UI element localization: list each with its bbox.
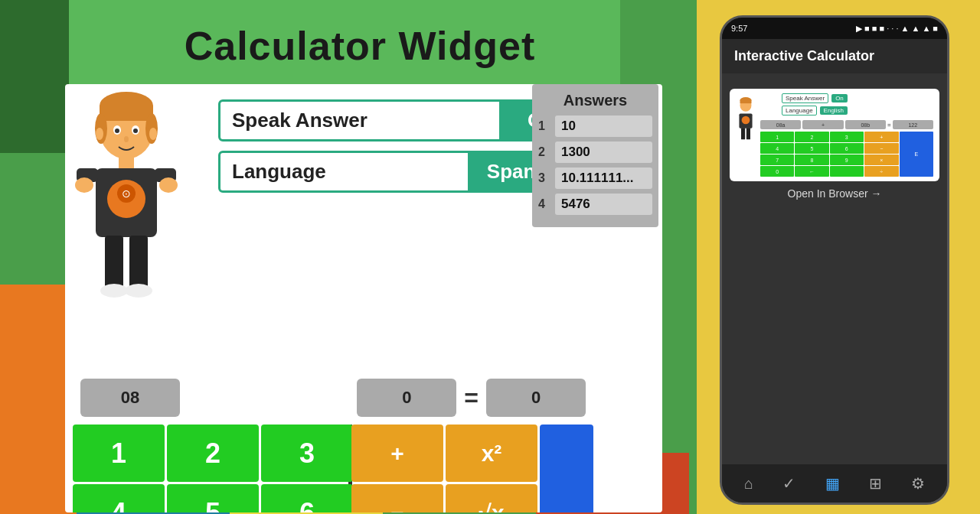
phone-nav-grid[interactable]: ⊞ [869, 474, 882, 493]
phone-key-5: 5 [795, 143, 828, 154]
speak-answer-control[interactable]: Speak Answer On [218, 99, 586, 142]
phone-mockup: 9:57 ▶ ■ ■ ■ · · · ▲ ▲ ▲ ■ Interactive C… [720, 15, 949, 505]
key-minus[interactable]: − [351, 484, 443, 512]
svg-rect-2 [100, 106, 153, 121]
phone-key-3: 3 [830, 132, 864, 142]
answer-num-1: 1 [538, 119, 552, 133]
phone-nav-home[interactable]: ⌂ [744, 475, 753, 493]
phone-calculator-preview: Speak Answer On Language English 08a + 0… [730, 89, 939, 181]
phone-nav-bar: ⌂ ✓ ▦ ⊞ ⚙ [722, 464, 947, 503]
phone-nav-check[interactable]: ✓ [782, 474, 795, 493]
avatar: ⊙ [73, 92, 180, 306]
phone-disp-b: + [802, 120, 843, 129]
key-6[interactable]: 6 [261, 484, 353, 512]
svg-point-29 [742, 116, 750, 125]
phone-disp-c: 08b [845, 120, 886, 129]
answer-row-1: 1 10 [538, 115, 652, 137]
phone-mini-keypad: 1 2 3 4 5 6 7 8 9 0 ← [759, 132, 935, 177]
key-sqrt[interactable]: √x [446, 484, 537, 512]
phone-key-2: 2 [795, 132, 828, 142]
answer-val-1: 10 [555, 115, 652, 137]
svg-text:⊙: ⊙ [122, 187, 131, 200]
answer-row-4: 4 5476 [538, 194, 652, 215]
phone-key-bk: ← [795, 166, 828, 177]
key-plus[interactable]: + [351, 425, 443, 482]
answer-val-3: 10.111111... [555, 168, 652, 189]
phone-op-div: ÷ [864, 166, 899, 177]
answer-val-4: 5476 [555, 194, 652, 215]
key-1[interactable]: 1 [73, 425, 165, 482]
phone-enter: E [900, 132, 934, 177]
display-middle: 0 [357, 379, 456, 417]
phone-lang-val: English [820, 106, 848, 115]
answer-row-3: 3 10.111111... [538, 168, 652, 189]
language-control[interactable]: Language Spanish [218, 151, 586, 193]
phone-key-6: 6 [830, 143, 864, 154]
answer-num-4: 4 [538, 197, 552, 211]
svg-point-8 [133, 128, 138, 133]
answer-num-3: 3 [538, 171, 552, 185]
phone-content: Speak Answer On Language English 08a + 0… [722, 73, 947, 464]
controls-area: Speak Answer On Language Spanish [218, 99, 586, 202]
phone-disp-d: 122 [893, 120, 933, 129]
phone-speak-val: On [831, 94, 848, 102]
phone-speak-row: Speak Answer On [782, 93, 935, 103]
page-title: Calculator Widget [100, 23, 620, 69]
svg-point-7 [115, 128, 119, 133]
phone-op-x: × [864, 155, 899, 165]
phone-op-minus: − [864, 143, 899, 154]
phone-key-9: 9 [830, 155, 864, 165]
number-keypad: 1 2 3 4 5 6 7 8 9 0 ← [73, 425, 353, 512]
phone-avatar [734, 93, 757, 147]
phone-open-browser[interactable]: Open In Browser → [782, 181, 888, 206]
phone-display-row: 08a + 08b = 122 [759, 120, 935, 129]
phone-disp-a: 08a [760, 120, 801, 129]
answer-val-2: 1300 [555, 142, 652, 163]
svg-point-20 [159, 177, 178, 193]
key-3[interactable]: 3 [261, 425, 353, 482]
equals-sign: = [464, 384, 479, 412]
phone-speak-label: Speak Answer [782, 93, 828, 103]
phone-lang-row: Language English [782, 106, 935, 115]
bg-left-dark [0, 0, 69, 153]
phone-lang-label: Language [782, 106, 817, 115]
svg-rect-27 [740, 100, 752, 103]
svg-point-23 [100, 284, 128, 298]
key-square[interactable]: x² [446, 425, 537, 482]
display-left: 08 [80, 379, 180, 417]
phone-key-7: 7 [760, 155, 794, 165]
enter-button[interactable]: ENTER [540, 425, 593, 512]
display-row: 08 0 = 0 [73, 379, 593, 417]
svg-rect-22 [129, 236, 148, 289]
answer-row-2: 2 1300 [538, 142, 652, 163]
phone-preview-controls: Speak Answer On Language English [759, 93, 935, 115]
svg-rect-21 [105, 236, 123, 289]
phone-key-4: 4 [760, 143, 794, 154]
display-right: 0 [486, 379, 586, 417]
phone-key-0: 0 [760, 166, 794, 177]
svg-point-19 [75, 177, 93, 193]
key-2[interactable]: 2 [167, 425, 259, 482]
svg-point-11 [149, 128, 157, 140]
svg-point-24 [125, 284, 152, 298]
phone-nav-settings[interactable]: ⚙ [911, 474, 925, 493]
answers-title: Answers [538, 92, 652, 109]
phone-icons: ▶ ■ ■ ■ · · · ▲ ▲ ▲ ■ [856, 24, 938, 34]
phone-op-plus: + [864, 132, 899, 142]
svg-rect-30 [741, 128, 745, 139]
phone-header-title: Interactive Calculator [734, 48, 874, 63]
key-4[interactable]: 4 [73, 484, 165, 512]
operator-keypad: + x² − √x × (+/−) ÷ [351, 425, 537, 512]
language-label: Language [220, 160, 468, 184]
phone-key-e [830, 166, 864, 177]
key-5[interactable]: 5 [167, 484, 259, 512]
avatar-area: ⊙ [73, 92, 211, 306]
phone-status-bar: 9:57 ▶ ■ ■ ■ · · · ▲ ▲ ▲ ■ [722, 18, 947, 39]
phone-key-1: 1 [760, 132, 794, 142]
phone-time: 9:57 [731, 24, 747, 33]
svg-point-9 [124, 136, 129, 142]
svg-rect-31 [746, 128, 750, 139]
answer-num-2: 2 [538, 145, 552, 159]
phone-nav-calc[interactable]: ▦ [825, 474, 840, 493]
svg-point-10 [96, 128, 103, 140]
